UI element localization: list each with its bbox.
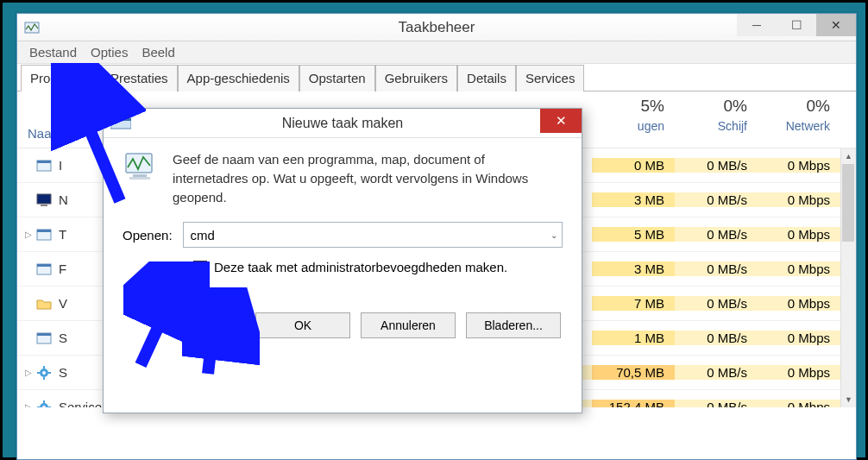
svg-rect-27 [129, 177, 150, 180]
net-cell: 0 Mbps [758, 192, 840, 207]
process-icon [35, 260, 53, 279]
admin-checkbox[interactable]: ✓ [193, 261, 207, 274]
net-cell: 0 Mbps [758, 262, 840, 276]
disk-cell: 0 MB/s [675, 262, 758, 276]
mem-cell: 3 MB [592, 192, 675, 207]
mem-cell: 5 MB [592, 227, 675, 242]
tab-services[interactable]: Services [516, 65, 585, 91]
new-task-dialog: Nieuwe taak maken ✕ Geef de naam van een… [103, 108, 582, 413]
tab-strip: Processen Prestaties App-geschiedenis Op… [17, 64, 856, 91]
col-disk[interactable]: 0% Schijf [675, 91, 758, 148]
admin-checkbox-label: Deze taak met administratorbevoegdheden … [214, 260, 507, 274]
disk-cell: 0 MB/s [675, 192, 758, 207]
maximize-button[interactable]: ☐ [777, 14, 816, 36]
expand-icon[interactable]: ▷ [17, 230, 35, 239]
svg-rect-6 [37, 230, 51, 232]
dropdown-arrow-icon[interactable]: ⌄ [550, 230, 557, 240]
process-icon [35, 294, 53, 313]
expand-icon[interactable]: ▷ [17, 402, 35, 407]
menu-beeld[interactable]: Beeld [136, 43, 179, 61]
net-cell: 0 Mbps [758, 296, 840, 311]
tab-details[interactable]: Details [457, 65, 516, 91]
open-input[interactable] [183, 222, 563, 248]
mem-cell: 152,4 MB [592, 400, 675, 407]
disk-cell: 0 MB/s [675, 158, 758, 173]
open-label: Openen: [123, 228, 173, 243]
menu-opties[interactable]: Opties [85, 43, 133, 61]
process-icon [35, 398, 53, 408]
tab-processen[interactable]: Processen [21, 65, 101, 91]
browse-button[interactable]: Bladeren... [466, 312, 561, 338]
col-mem[interactable]: 5% ugen [592, 91, 675, 148]
scrollbar-thumb[interactable] [842, 164, 854, 242]
dialog-close-button[interactable]: ✕ [540, 109, 582, 133]
net-cell: 0 Mbps [758, 227, 840, 242]
svg-rect-8 [37, 264, 51, 267]
disk-cell: 0 MB/s [675, 400, 758, 407]
svg-rect-10 [37, 333, 51, 336]
ok-button[interactable]: OK [255, 312, 350, 338]
mem-cell: 70,5 MB [592, 365, 675, 380]
titlebar[interactable]: Taakbeheer ─ ☐ ✕ [17, 14, 856, 41]
dialog-monitor-icon [123, 150, 160, 188]
tab-opstarten[interactable]: Opstarten [299, 65, 375, 91]
svg-rect-3 [37, 194, 51, 204]
mem-cell: 1 MB [592, 331, 675, 345]
svg-rect-2 [37, 161, 51, 163]
disk-cell: 0 MB/s [675, 365, 758, 380]
disk-cell: 0 MB/s [675, 296, 758, 311]
close-button[interactable]: ✕ [816, 14, 856, 36]
process-icon [35, 363, 53, 382]
mem-cell: 0 MB [592, 158, 675, 173]
cancel-button[interactable]: Annuleren [361, 312, 456, 338]
tab-prestaties[interactable]: Prestaties [101, 65, 178, 91]
disk-cell: 0 MB/s [675, 331, 758, 345]
svg-rect-24 [110, 118, 131, 121]
disk-cell: 0 MB/s [675, 227, 758, 242]
window-title: Taakbeheer [399, 19, 475, 36]
process-icon [35, 156, 53, 175]
app-icon [24, 20, 40, 35]
mem-cell: 7 MB [592, 296, 675, 311]
mem-cell: 3 MB [592, 262, 675, 276]
process-icon [35, 225, 53, 244]
process-icon [35, 191, 53, 210]
svg-rect-26 [133, 174, 147, 177]
net-cell: 0 Mbps [758, 400, 840, 407]
expand-icon[interactable]: ▷ [17, 368, 35, 377]
dialog-description: Geef de naam van een programma, map, doc… [173, 150, 563, 206]
col-net[interactable]: 0% Netwerk [758, 91, 840, 148]
minimize-button[interactable]: ─ [737, 14, 777, 36]
net-cell: 0 Mbps [758, 331, 840, 345]
tab-gebruikers[interactable]: Gebruikers [375, 65, 457, 91]
menubar: Bestand Opties Beeld [17, 41, 856, 64]
net-cell: 0 Mbps [758, 365, 840, 380]
svg-point-12 [42, 371, 46, 375]
menu-bestand[interactable]: Bestand [24, 43, 82, 61]
svg-rect-4 [41, 205, 47, 206]
tab-app-geschiedenis[interactable]: App-geschiedenis [178, 65, 299, 91]
dialog-titlebar[interactable]: Nieuwe taak maken ✕ [104, 109, 582, 138]
scrollbar[interactable]: ▲ ▼ [840, 148, 856, 407]
dialog-title: Nieuwe taak maken [282, 116, 404, 131]
run-icon [110, 117, 131, 130]
net-cell: 0 Mbps [758, 158, 840, 173]
process-icon [35, 329, 53, 348]
